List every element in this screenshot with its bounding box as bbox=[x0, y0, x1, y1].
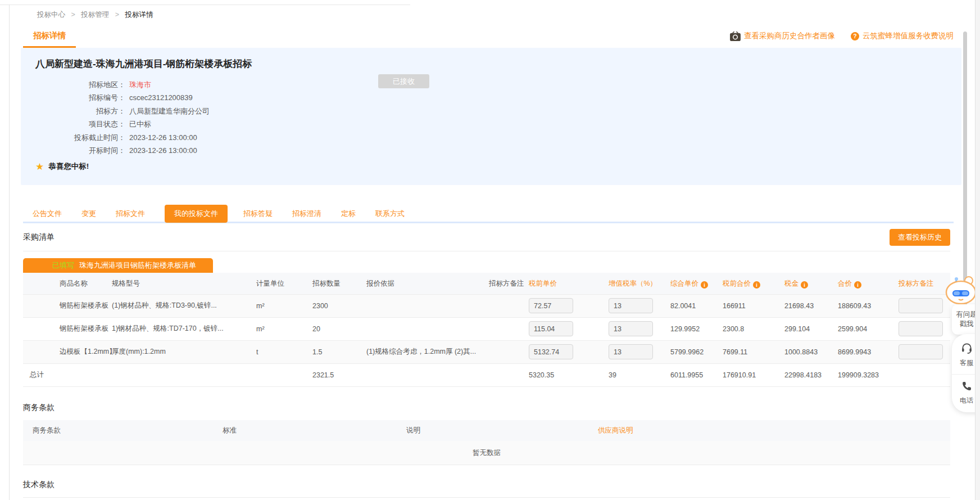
cell-product-name: 边模板【1.2mm】 bbox=[23, 340, 112, 363]
col-quote-basis: 报价依据 bbox=[366, 273, 489, 294]
field-opening-time: 开标时间： 2023-12-26 13:00:00 bbox=[35, 144, 961, 157]
view-bid-history-button[interactable]: 查看投标历史 bbox=[890, 229, 950, 246]
cell-comprehensive-price: 82.0041 bbox=[670, 294, 723, 317]
tag-filled-status: 已填写 bbox=[52, 260, 74, 271]
pre-tax-price-input[interactable] bbox=[529, 344, 573, 359]
cell-vat-rate-total: 39 bbox=[609, 363, 670, 386]
field-project-status: 项目状态： 已中标 bbox=[35, 118, 961, 130]
cell-pre-tax-total-total: 176910.91 bbox=[723, 363, 784, 386]
cell-vat-rate bbox=[609, 340, 670, 363]
cell-total: 2599.904 bbox=[838, 317, 899, 340]
tab-tender-qa[interactable]: 招标答疑 bbox=[243, 209, 273, 219]
link-buyer-history-portrait[interactable]: 查看采购商历史合作者画像 bbox=[730, 31, 835, 41]
phone-label: 电话 bbox=[960, 396, 973, 406]
tab-tender-clarification[interactable]: 招标澄清 bbox=[292, 209, 321, 219]
vat-rate-input[interactable] bbox=[609, 321, 653, 336]
cell-vat-rate bbox=[609, 294, 670, 317]
link-value-added-service-fee[interactable]: ? 云筑蜜蜂增值服务收费说明 bbox=[851, 31, 954, 41]
field-bid-deadline: 投标截止时间： 2023-12-26 13:00:00 bbox=[35, 131, 961, 144]
camera-icon bbox=[730, 31, 741, 41]
info-icon[interactable]: i bbox=[701, 281, 708, 289]
vat-rate-input[interactable] bbox=[609, 298, 653, 313]
procurement-table: 商品名称 规格型号 计量单位 招标数量 报价依据 招标方备注 税前单价 增值税率… bbox=[23, 273, 950, 387]
col-description: 说明 bbox=[397, 420, 588, 441]
link-label: 云筑蜜蜂增值服务收费说明 bbox=[863, 31, 954, 41]
cell-tax: 1000.8843 bbox=[784, 340, 838, 363]
cell-unit: m² bbox=[256, 317, 312, 340]
table-row: 钢筋桁架楼承板 1)钢材品种、规格:TD7-170，镀锌... m² 20 12… bbox=[23, 317, 950, 340]
info-icon[interactable]: i bbox=[753, 281, 760, 289]
empty-row: 暂无数据 bbox=[23, 441, 950, 465]
cell-quantity: 2300 bbox=[312, 294, 366, 317]
tab-my-bid-files[interactable]: 我的投标文件 bbox=[165, 205, 228, 223]
cell-comprehensive-price-total: 6011.9955 bbox=[670, 363, 723, 386]
vat-rate-input[interactable] bbox=[609, 344, 653, 359]
tab-announcement-files[interactable]: 公告文件 bbox=[33, 209, 62, 219]
cell-total-label: 总计 bbox=[23, 363, 112, 386]
col-unit: 计量单位 bbox=[256, 273, 312, 294]
business-terms-table: 商务条款 标准 说明 供应商说明 暂无数据 bbox=[23, 420, 950, 466]
cell-product-name: 钢筋桁架楼承板 bbox=[23, 317, 112, 340]
field-tender-no: 招标编号： cscec23121200839 bbox=[35, 91, 961, 104]
col-total: 合价i bbox=[838, 273, 899, 294]
tab-award[interactable]: 定标 bbox=[341, 209, 356, 219]
cell-bidder-note bbox=[899, 340, 950, 363]
cell-quantity: 20 bbox=[312, 317, 366, 340]
list-tag[interactable]: 已填写 珠海九洲港项目钢筋桁架楼承板清单 bbox=[23, 258, 213, 273]
info-icon[interactable]: i bbox=[854, 281, 861, 289]
col-vat-rate: 增值税率（%） bbox=[609, 273, 670, 294]
cell-quote-basis bbox=[366, 317, 489, 340]
cell-quantity: 1.5 bbox=[312, 340, 366, 363]
breadcrumb-item-bid-management[interactable]: 投标管理 bbox=[81, 11, 109, 19]
procurement-title: 采购清单 bbox=[23, 232, 55, 242]
cell-total: 188609.43 bbox=[838, 294, 899, 317]
content-column: 招标详情 查看采购商历史合作者画像 ? 云筑蜜蜂增值服务收费说明 bbox=[10, 27, 980, 498]
cell-total: 8699.9943 bbox=[838, 340, 899, 363]
cell-quote-basis: (1)规格综合考虑，1.2mm厚 (2)其... bbox=[366, 340, 489, 363]
cell-tax: 21698.43 bbox=[784, 294, 838, 317]
page-scrollbar-track[interactable] bbox=[975, 0, 980, 500]
field-tenderer: 招标方： 八局新型建造华南分公司 bbox=[35, 105, 961, 118]
cell-product-name: 钢筋桁架楼承板 bbox=[23, 294, 112, 317]
field-region-value: 珠海市 bbox=[129, 78, 151, 91]
col-quantity: 招标数量 bbox=[312, 273, 366, 294]
congrats-text: 恭喜您中标! bbox=[48, 161, 89, 172]
cell-bidder-note bbox=[899, 317, 950, 340]
cell-pre-tax-price bbox=[529, 340, 609, 363]
bidder-note-input[interactable] bbox=[899, 298, 943, 313]
card-header: 招标详情 查看采购商历史合作者画像 ? 云筑蜜蜂增值服务收费说明 bbox=[23, 27, 954, 48]
tab-tender-files[interactable]: 招标文件 bbox=[116, 209, 145, 219]
tab-changes[interactable]: 变更 bbox=[81, 209, 96, 219]
cell-vat-rate bbox=[609, 317, 670, 340]
col-spec: 规格型号 bbox=[112, 273, 256, 294]
cell-total-total: 199909.3283 bbox=[838, 363, 899, 386]
headset-icon bbox=[961, 342, 973, 355]
business-terms-title: 商务条款 bbox=[23, 403, 980, 413]
project-title: 八局新型建造-珠海九洲港项目-钢筋桁架楼承板招标 bbox=[35, 57, 961, 70]
bidder-note-input[interactable] bbox=[899, 321, 943, 336]
received-status-button: 已接收 bbox=[378, 74, 429, 88]
pre-tax-price-input[interactable] bbox=[529, 321, 573, 336]
star-icon: ★ bbox=[35, 162, 44, 172]
table-total-row: 总计 2321.5 5320.35 39 6011.9955 176910.91… bbox=[23, 363, 950, 386]
tab-tender-detail[interactable]: 招标详情 bbox=[23, 27, 76, 48]
tender-summary-panel: 八局新型建造-珠海九洲港项目-钢筋桁架楼承板招标 招标地区： 珠海市 招标编号：… bbox=[21, 48, 961, 185]
question-icon: ? bbox=[851, 32, 859, 40]
detail-tabs: 公告文件 变更 招标文件 我的投标文件 招标答疑 招标澄清 定标 联系方式 bbox=[23, 206, 954, 223]
cell-pre-tax-price bbox=[529, 317, 609, 340]
mascot-bee-icon[interactable] bbox=[944, 275, 977, 304]
col-business-term: 商务条款 bbox=[23, 420, 213, 441]
col-tenderer-note: 招标方备注 bbox=[489, 273, 529, 294]
tab-contact[interactable]: 联系方式 bbox=[375, 209, 405, 219]
cell-tenderer-note bbox=[489, 340, 529, 363]
customer-service-label: 客服 bbox=[960, 358, 973, 368]
info-icon[interactable]: i bbox=[801, 281, 808, 289]
cell-bidder-note bbox=[899, 294, 950, 317]
breadcrumb-item-bid-center[interactable]: 投标中心 bbox=[37, 11, 65, 19]
col-product-name: 商品名称 bbox=[23, 273, 112, 294]
empty-state-text: 暂无数据 bbox=[23, 441, 950, 465]
bidder-note-input[interactable] bbox=[899, 344, 943, 359]
cell-quote-basis bbox=[366, 294, 489, 317]
table-header-row: 商品名称 规格型号 计量单位 招标数量 报价依据 招标方备注 税前单价 增值税率… bbox=[23, 273, 950, 294]
pre-tax-price-input[interactable] bbox=[529, 298, 573, 313]
